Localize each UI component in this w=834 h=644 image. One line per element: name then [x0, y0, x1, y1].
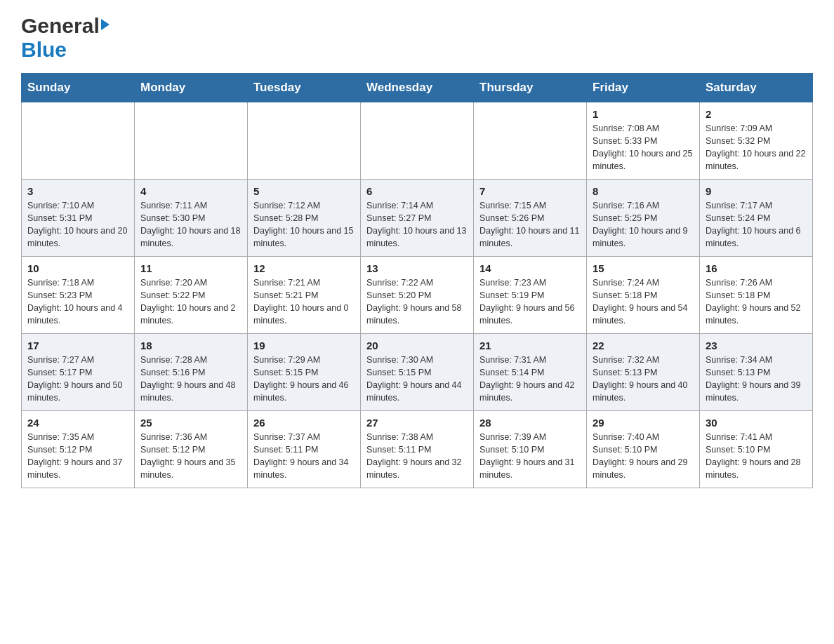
day-cell: 22Sunrise: 7:32 AMSunset: 5:13 PMDayligh… — [587, 334, 700, 411]
day-number: 6 — [366, 185, 468, 197]
weekday-header-friday: Friday — [587, 74, 700, 102]
day-number: 8 — [593, 185, 694, 197]
day-info: Sunrise: 7:12 AMSunset: 5:28 PMDaylight:… — [253, 199, 355, 250]
day-cell: 23Sunrise: 7:34 AMSunset: 5:13 PMDayligh… — [700, 334, 813, 411]
weekday-header-tuesday: Tuesday — [248, 74, 361, 102]
day-number: 16 — [706, 262, 807, 274]
week-row-3: 10Sunrise: 7:18 AMSunset: 5:23 PMDayligh… — [22, 257, 813, 334]
day-number: 11 — [140, 262, 241, 274]
day-number: 9 — [706, 185, 807, 197]
week-row-2: 3Sunrise: 7:10 AMSunset: 5:31 PMDaylight… — [22, 180, 813, 257]
day-info: Sunrise: 7:28 AMSunset: 5:16 PMDaylight:… — [140, 354, 241, 405]
day-info: Sunrise: 7:24 AMSunset: 5:18 PMDaylight:… — [593, 276, 694, 328]
day-info: Sunrise: 7:39 AMSunset: 5:10 PMDaylight:… — [479, 431, 581, 482]
day-number: 7 — [479, 185, 581, 197]
day-info: Sunrise: 7:09 AMSunset: 5:32 PMDaylight:… — [706, 122, 807, 173]
day-number: 5 — [253, 185, 355, 197]
day-info: Sunrise: 7:21 AMSunset: 5:21 PMDaylight:… — [253, 276, 355, 328]
day-number: 12 — [253, 262, 355, 274]
day-cell: 1Sunrise: 7:08 AMSunset: 5:33 PMDaylight… — [587, 102, 700, 180]
day-number: 29 — [593, 417, 694, 429]
day-cell — [248, 102, 361, 180]
day-cell: 6Sunrise: 7:14 AMSunset: 5:27 PMDaylight… — [361, 180, 474, 257]
day-info: Sunrise: 7:17 AMSunset: 5:24 PMDaylight:… — [706, 199, 807, 250]
day-info: Sunrise: 7:31 AMSunset: 5:14 PMDaylight:… — [479, 354, 581, 405]
header: General Blue — [21, 14, 813, 62]
day-info: Sunrise: 7:36 AMSunset: 5:12 PMDaylight:… — [140, 431, 241, 482]
day-number: 22 — [593, 340, 694, 351]
day-cell: 10Sunrise: 7:18 AMSunset: 5:23 PMDayligh… — [22, 257, 135, 334]
logo: General Blue — [21, 14, 110, 62]
day-cell: 8Sunrise: 7:16 AMSunset: 5:25 PMDaylight… — [587, 180, 700, 257]
day-number: 15 — [593, 262, 694, 274]
weekday-header-thursday: Thursday — [474, 74, 587, 102]
day-info: Sunrise: 7:38 AMSunset: 5:11 PMDaylight:… — [366, 431, 468, 482]
day-cell: 20Sunrise: 7:30 AMSunset: 5:15 PMDayligh… — [361, 334, 474, 411]
day-cell: 24Sunrise: 7:35 AMSunset: 5:12 PMDayligh… — [22, 411, 135, 488]
day-info: Sunrise: 7:35 AMSunset: 5:12 PMDaylight:… — [27, 431, 128, 482]
day-cell — [135, 102, 248, 180]
day-number: 26 — [253, 417, 355, 429]
day-cell — [361, 102, 474, 180]
day-number: 3 — [27, 185, 128, 197]
day-info: Sunrise: 7:11 AMSunset: 5:30 PMDaylight:… — [140, 199, 241, 250]
day-number: 21 — [479, 340, 581, 351]
day-cell: 29Sunrise: 7:40 AMSunset: 5:10 PMDayligh… — [587, 411, 700, 488]
day-info: Sunrise: 7:32 AMSunset: 5:13 PMDaylight:… — [593, 354, 694, 405]
day-info: Sunrise: 7:41 AMSunset: 5:10 PMDaylight:… — [706, 431, 807, 482]
day-cell: 25Sunrise: 7:36 AMSunset: 5:12 PMDayligh… — [135, 411, 248, 488]
day-number: 25 — [140, 417, 241, 429]
day-cell — [22, 102, 135, 180]
day-cell: 27Sunrise: 7:38 AMSunset: 5:11 PMDayligh… — [361, 411, 474, 488]
day-number: 14 — [479, 262, 581, 274]
day-cell: 28Sunrise: 7:39 AMSunset: 5:10 PMDayligh… — [474, 411, 587, 488]
day-cell: 26Sunrise: 7:37 AMSunset: 5:11 PMDayligh… — [248, 411, 361, 488]
day-info: Sunrise: 7:10 AMSunset: 5:31 PMDaylight:… — [27, 199, 128, 250]
day-number: 20 — [366, 340, 468, 351]
day-number: 1 — [593, 108, 694, 120]
day-cell: 11Sunrise: 7:20 AMSunset: 5:22 PMDayligh… — [135, 257, 248, 334]
day-info: Sunrise: 7:08 AMSunset: 5:33 PMDaylight:… — [593, 122, 694, 173]
day-info: Sunrise: 7:40 AMSunset: 5:10 PMDaylight:… — [593, 431, 694, 482]
day-cell: 12Sunrise: 7:21 AMSunset: 5:21 PMDayligh… — [248, 257, 361, 334]
day-number: 23 — [706, 340, 807, 351]
calendar-table: SundayMondayTuesdayWednesdayThursdayFrid… — [21, 73, 813, 488]
weekday-header-wednesday: Wednesday — [361, 74, 474, 102]
day-cell: 16Sunrise: 7:26 AMSunset: 5:18 PMDayligh… — [700, 257, 813, 334]
day-cell: 17Sunrise: 7:27 AMSunset: 5:17 PMDayligh… — [22, 334, 135, 411]
day-info: Sunrise: 7:37 AMSunset: 5:11 PMDaylight:… — [253, 431, 355, 482]
day-cell: 7Sunrise: 7:15 AMSunset: 5:26 PMDaylight… — [474, 180, 587, 257]
week-row-5: 24Sunrise: 7:35 AMSunset: 5:12 PMDayligh… — [22, 411, 813, 488]
day-info: Sunrise: 7:22 AMSunset: 5:20 PMDaylight:… — [366, 276, 468, 328]
day-number: 10 — [27, 262, 128, 274]
day-number: 2 — [706, 108, 807, 120]
day-number: 17 — [27, 340, 128, 351]
logo-arrow-icon — [101, 19, 110, 30]
day-info: Sunrise: 7:20 AMSunset: 5:22 PMDaylight:… — [140, 276, 241, 328]
day-cell: 2Sunrise: 7:09 AMSunset: 5:32 PMDaylight… — [700, 102, 813, 180]
day-cell — [474, 102, 587, 180]
day-info: Sunrise: 7:30 AMSunset: 5:15 PMDaylight:… — [366, 354, 468, 405]
day-cell: 3Sunrise: 7:10 AMSunset: 5:31 PMDaylight… — [22, 180, 135, 257]
day-number: 30 — [706, 417, 807, 429]
day-number: 24 — [27, 417, 128, 429]
day-number: 19 — [253, 340, 355, 351]
day-cell: 30Sunrise: 7:41 AMSunset: 5:10 PMDayligh… — [700, 411, 813, 488]
day-info: Sunrise: 7:29 AMSunset: 5:15 PMDaylight:… — [253, 354, 355, 405]
day-cell: 19Sunrise: 7:29 AMSunset: 5:15 PMDayligh… — [248, 334, 361, 411]
week-row-1: 1Sunrise: 7:08 AMSunset: 5:33 PMDaylight… — [22, 102, 813, 180]
day-number: 27 — [366, 417, 468, 429]
weekday-header-monday: Monday — [135, 74, 248, 102]
day-cell: 4Sunrise: 7:11 AMSunset: 5:30 PMDaylight… — [135, 180, 248, 257]
day-info: Sunrise: 7:23 AMSunset: 5:19 PMDaylight:… — [479, 276, 581, 328]
day-cell: 18Sunrise: 7:28 AMSunset: 5:16 PMDayligh… — [135, 334, 248, 411]
day-cell: 5Sunrise: 7:12 AMSunset: 5:28 PMDaylight… — [248, 180, 361, 257]
week-row-4: 17Sunrise: 7:27 AMSunset: 5:17 PMDayligh… — [22, 334, 813, 411]
day-number: 18 — [140, 340, 241, 351]
day-info: Sunrise: 7:27 AMSunset: 5:17 PMDaylight:… — [27, 354, 128, 405]
day-cell: 9Sunrise: 7:17 AMSunset: 5:24 PMDaylight… — [700, 180, 813, 257]
weekday-header-row: SundayMondayTuesdayWednesdayThursdayFrid… — [22, 74, 813, 102]
day-info: Sunrise: 7:26 AMSunset: 5:18 PMDaylight:… — [706, 276, 807, 328]
day-cell: 14Sunrise: 7:23 AMSunset: 5:19 PMDayligh… — [474, 257, 587, 334]
day-cell: 15Sunrise: 7:24 AMSunset: 5:18 PMDayligh… — [587, 257, 700, 334]
